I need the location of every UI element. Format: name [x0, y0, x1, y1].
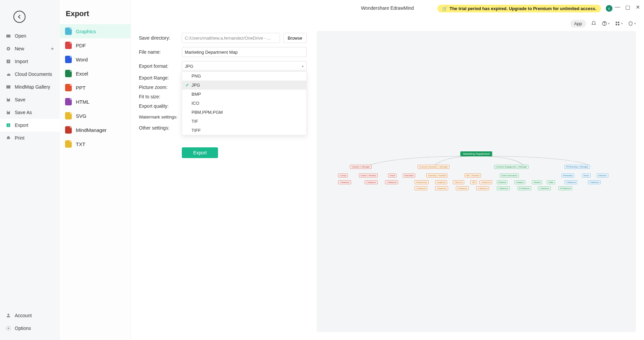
- svg-rect-15: [616, 24, 617, 25]
- type-label: TXT: [76, 141, 85, 147]
- svg-rect-14: [618, 22, 619, 23]
- help-menu[interactable]: ▾: [601, 20, 610, 27]
- format-option-tiff[interactable]: TIFF: [182, 126, 306, 135]
- export-type-txt[interactable]: TXT: [60, 137, 130, 151]
- format-option-bmp[interactable]: BMP: [182, 90, 306, 99]
- type-label: PDF: [76, 43, 86, 48]
- export-type-mindmanager[interactable]: MindManager: [60, 123, 130, 137]
- mindmap-leaf: 1 Headcount: [479, 180, 492, 184]
- svg-rect-3: [6, 85, 10, 88]
- back-button[interactable]: [13, 11, 25, 23]
- mindmap-leaf: 1 Headcount: [338, 180, 351, 184]
- nav-options[interactable]: Options: [0, 322, 60, 335]
- nav-saveas[interactable]: Save As: [0, 106, 60, 119]
- save-directory-input[interactable]: [182, 33, 280, 43]
- svg-rect-16: [618, 24, 619, 25]
- type-label: Excel: [76, 71, 88, 77]
- format-option-pbm[interactable]: PBM,PPM,PGM: [182, 108, 306, 117]
- mindmap-branch: Customer Aquisition: 1 Manager: [418, 165, 449, 169]
- nav-import[interactable]: Import: [0, 55, 60, 68]
- nav-label: Save As: [15, 110, 32, 115]
- bell-icon[interactable]: [591, 20, 597, 27]
- close-button[interactable]: ✕: [635, 4, 641, 10]
- mindmap-leaf: 1 Headcount: [365, 180, 377, 184]
- nav-export[interactable]: Export: [0, 119, 60, 132]
- mindmap-leaf: SEO: 1 Teamlead: [465, 174, 481, 178]
- export-type-svg[interactable]: SVG: [60, 109, 130, 123]
- svg-rect-8: [7, 136, 9, 137]
- share-menu[interactable]: ▾: [628, 20, 636, 27]
- avatar[interactable]: c: [606, 5, 612, 12]
- export-type-word[interactable]: Word: [60, 52, 130, 66]
- export-icon: [5, 122, 11, 128]
- trial-banner[interactable]: 🛒 The trial period has expired. Upgrade …: [437, 5, 601, 12]
- maximize-button[interactable]: ▢: [625, 4, 631, 10]
- nav-gallery[interactable]: MindMap Gallery: [0, 81, 60, 93]
- nav-label: Open: [15, 33, 26, 39]
- export-button[interactable]: Export: [182, 147, 218, 158]
- nav-cloud[interactable]: Cloud Documents: [0, 68, 60, 81]
- format-select[interactable]: JPG ▾: [182, 61, 307, 71]
- mindmap-leaf: 1 Headcount: [588, 180, 601, 184]
- txt-file-icon: [65, 140, 72, 148]
- preview-panel: Marketing Department Creative: 1 Manager…: [317, 31, 636, 332]
- nav-label: Print: [15, 135, 24, 141]
- nav-label: Options: [15, 326, 31, 331]
- plus-icon[interactable]: ＋: [50, 45, 55, 52]
- format-option-ico[interactable]: ICO: [182, 99, 306, 108]
- mindmap-branch: PR Branding: 1 Manager: [565, 165, 590, 169]
- trial-text: The trial period has expired. Upgrade to…: [449, 6, 596, 11]
- mindmap-leaf: Google Ads: [435, 180, 447, 184]
- gear-icon: [5, 325, 11, 331]
- export-type-graphics[interactable]: Graphics: [60, 24, 130, 38]
- nav-account[interactable]: Account: [0, 309, 60, 322]
- save-directory-label: Save directory:: [139, 35, 182, 41]
- format-option-jpg[interactable]: JPG: [182, 81, 306, 90]
- ppt-file-icon: [65, 84, 72, 91]
- mindmap-leaf: Events: [582, 174, 590, 178]
- svg-file-icon: [65, 112, 72, 119]
- html-file-icon: [65, 98, 72, 105]
- grid-menu[interactable]: ▾: [614, 20, 623, 27]
- format-dropdown: PNG JPG BMP ICO PBM,PPM,PGM TIF TIFF: [182, 71, 307, 135]
- mindmap-leaf: Pinterest: [532, 180, 542, 184]
- svg-point-10: [8, 328, 9, 329]
- nav-new[interactable]: New ＋: [0, 42, 60, 55]
- format-option-tif[interactable]: TIF: [182, 117, 306, 126]
- share-icon: [628, 20, 634, 27]
- nav-print[interactable]: Print: [0, 132, 60, 144]
- type-label: HTML: [76, 99, 90, 105]
- export-type-ppt[interactable]: PPT: [60, 81, 130, 95]
- export-type-html[interactable]: HTML: [60, 95, 130, 109]
- minimize-button[interactable]: —: [614, 4, 621, 10]
- nav-open[interactable]: Open: [0, 30, 60, 42]
- mindmap-leaf: 1 Headcount: [497, 186, 509, 190]
- mindmap-leaf: Facebook Ads: [415, 180, 429, 184]
- print-icon: [5, 135, 11, 141]
- export-type-pdf[interactable]: PDF: [60, 38, 130, 52]
- save-icon: [5, 97, 11, 103]
- svg-point-12: [604, 25, 605, 25]
- mindmap-leaf: Drupal: [388, 174, 396, 178]
- nav-save[interactable]: Save: [0, 93, 60, 106]
- type-label: SVG: [76, 113, 87, 119]
- format-option-png[interactable]: PNG: [182, 71, 306, 81]
- mindmap-leaf: 1 Headcount: [476, 186, 489, 190]
- import-icon: [5, 58, 11, 64]
- svg-rect-7: [7, 137, 10, 139]
- mindmap-leaf: 1 Headcount: [456, 186, 469, 190]
- type-label: Graphics: [76, 29, 96, 34]
- format-selected-value: JPG: [185, 64, 193, 69]
- app-pill-button[interactable]: App: [570, 20, 586, 28]
- type-label: MindManager: [76, 127, 107, 133]
- browse-button[interactable]: Browse: [283, 33, 307, 43]
- export-type-excel[interactable]: Excel: [60, 66, 130, 81]
- format-label: Export format:: [139, 63, 182, 69]
- mindmap-leaf: 1 Headcount: [538, 186, 551, 190]
- fit-label: Fit to size:: [139, 94, 182, 99]
- file-name-input[interactable]: [182, 47, 307, 57]
- mindmap-leaf: Content: 1 Teamlead: [359, 174, 378, 178]
- nav-label: Account: [15, 313, 32, 318]
- graphics-file-icon: [65, 28, 72, 35]
- chevron-down-icon: ▾: [302, 64, 304, 68]
